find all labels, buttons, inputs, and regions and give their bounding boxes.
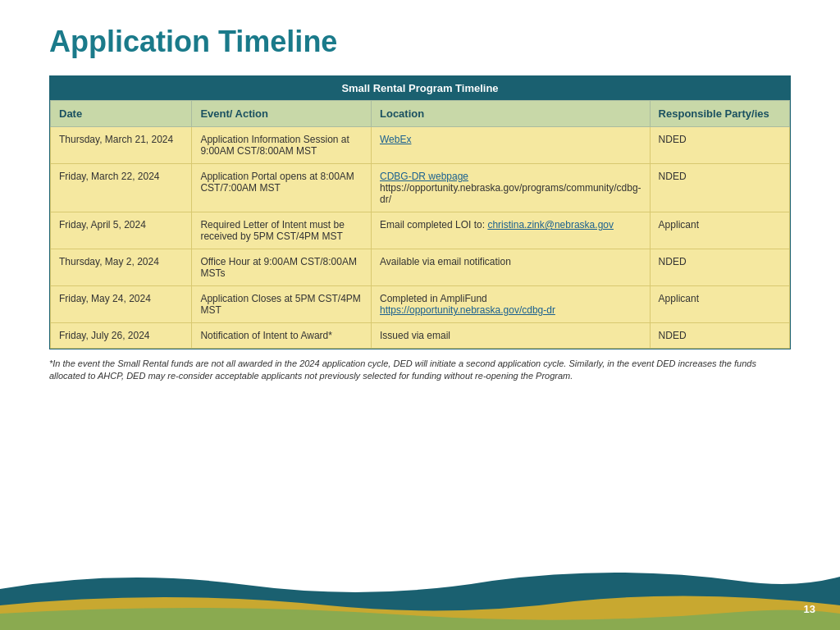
page-container: Application Timeline Small Rental Progra… [0, 0, 840, 630]
location-link[interactable]: CDBG-DR webpage [380, 171, 468, 182]
cell-date: Friday, April 5, 2024 [51, 212, 192, 249]
cell-party: Applicant [650, 212, 789, 249]
cell-event: Application Information Session at 9:00A… [192, 127, 372, 164]
col-header-party: Responsible Party/ies [650, 101, 789, 127]
location-link[interactable]: christina.zink@nebraska.gov [487, 219, 614, 231]
bottom-decoration [0, 564, 840, 630]
cell-date: Thursday, May 2, 2024 [51, 249, 192, 286]
timeline-table-wrapper: Small Rental Program Timeline Date Event… [49, 75, 791, 349]
table-row: Friday, May 24, 2024Application Closes a… [51, 286, 790, 323]
cell-location: CDBG-DR webpagehttps://opportunity.nebra… [372, 164, 651, 212]
location-link[interactable]: WebEx [380, 134, 411, 145]
cell-party: NDED [650, 164, 789, 212]
cell-event: Application Portal opens at 8:00AM CST/7… [192, 164, 372, 212]
cell-party: Applicant [650, 286, 789, 323]
cell-event: Notification of Intent to Award* [192, 323, 372, 349]
col-header-location: Location [372, 101, 651, 127]
page-number: 13 [804, 603, 815, 615]
location-text: Available via email notification [380, 256, 511, 267]
cell-location: WebEx [372, 127, 651, 164]
location-text: Issued via email [380, 330, 450, 341]
cell-location: Completed in AmpliFund https://opportuni… [372, 286, 651, 323]
table-header-row: Date Event/ Action Location Responsible … [51, 101, 790, 127]
cell-location: Issued via email [372, 323, 651, 349]
col-header-date: Date [51, 101, 192, 127]
location-extra: https://opportunity.nebraska.gov/program… [380, 182, 641, 205]
page-title: Application Timeline [49, 25, 791, 59]
table-row: Thursday, March 21, 2024Application Info… [51, 127, 790, 164]
cell-date: Friday, July 26, 2024 [51, 323, 192, 349]
table-row: Thursday, May 2, 2024Office Hour at 9:00… [51, 249, 790, 286]
cell-date: Thursday, March 21, 2024 [51, 127, 192, 164]
cell-party: NDED [650, 127, 789, 164]
cell-event: Application Closes at 5PM CST/4PM MST [192, 286, 372, 323]
timeline-table: Date Event/ Action Location Responsible … [50, 100, 790, 349]
cell-party: NDED [650, 249, 789, 286]
table-row: Friday, April 5, 2024Required Letter of … [51, 212, 790, 249]
cell-event: Office Hour at 9:00AM CST/8:00AM MSTs [192, 249, 372, 286]
table-title: Small Rental Program Timeline [50, 76, 790, 100]
location-text: Completed in AmpliFund [380, 293, 487, 304]
table-row: Friday, March 22, 2024Application Portal… [51, 164, 790, 212]
cell-location: Available via email notification [372, 249, 651, 286]
cell-party: NDED [650, 323, 789, 349]
cell-location: Email completed LOI to: christina.zink@n… [372, 212, 651, 249]
cell-date: Friday, March 22, 2024 [51, 164, 192, 212]
cell-date: Friday, May 24, 2024 [51, 286, 192, 323]
col-header-event: Event/ Action [192, 101, 372, 127]
location-link[interactable]: https://opportunity.nebraska.gov/cdbg-dr [380, 304, 555, 316]
footnote: *In the event the Small Rental funds are… [49, 358, 791, 383]
wave-svg [0, 564, 840, 630]
table-row: Friday, July 26, 2024Notification of Int… [51, 323, 790, 349]
location-text: Email completed LOI to: [380, 219, 487, 231]
content-area: Application Timeline Small Rental Progra… [0, 0, 840, 630]
cell-event: Required Letter of Intent must be receiv… [192, 212, 372, 249]
